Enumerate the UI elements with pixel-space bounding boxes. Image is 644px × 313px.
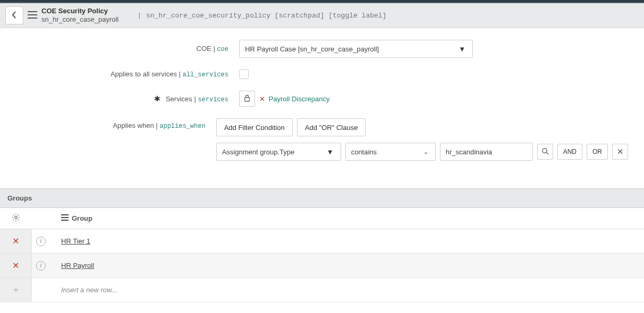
service-tag-label[interactable]: Payroll Discrepancy xyxy=(269,95,330,103)
groups-section: Groups Group ✕ i HR Tier 1 ✕ i HR Payrol… xyxy=(0,188,644,302)
page-title: COE Security Policy xyxy=(41,7,118,15)
services-row: ✱ Services | services ✕ Payroll Discrepa… xyxy=(16,91,628,107)
condition-or-button[interactable]: OR xyxy=(587,144,608,160)
group-row-delete[interactable]: ✕ xyxy=(0,254,32,277)
group-link[interactable]: HR Payroll xyxy=(61,262,94,269)
info-icon: i xyxy=(40,237,41,245)
condition-and-button[interactable]: AND xyxy=(557,144,582,160)
applies-when-row: Applies when | applies_when Add Filter C… xyxy=(16,118,628,161)
applies-when-tech-name: applies_when xyxy=(159,123,205,130)
group-link[interactable]: HR Tier 1 xyxy=(61,237,90,245)
condition-value-input[interactable] xyxy=(440,143,533,161)
group-row-delete[interactable]: ✕ xyxy=(0,229,32,253)
coe-select[interactable] xyxy=(239,40,473,58)
svg-line-9 xyxy=(18,220,19,221)
condition-lookup-button[interactable] xyxy=(537,144,553,160)
groups-column-name-header[interactable]: Group xyxy=(61,214,644,222)
svg-rect-0 xyxy=(245,98,250,101)
applies-when-label-text: Applies when xyxy=(113,121,154,129)
all-services-row: Applies to all services | all_services xyxy=(16,69,628,79)
services-label: ✱ Services | services xyxy=(16,94,239,103)
group-row: ✕ i HR Payroll xyxy=(0,254,644,278)
all-services-label: Applies to all services | all_services xyxy=(16,70,239,79)
svg-point-3 xyxy=(15,216,18,219)
column-menu-icon xyxy=(61,214,69,222)
service-tag: ✕ Payroll Discrepancy xyxy=(259,95,330,103)
gear-icon xyxy=(12,213,20,223)
group-row-info[interactable]: i xyxy=(36,237,46,246)
table-name: sn_hr_core_coe_security_policy xyxy=(146,12,270,20)
all-services-checkbox[interactable] xyxy=(239,69,249,79)
plus-icon: ＋ xyxy=(12,284,20,295)
menu-icon xyxy=(28,11,37,20)
add-filter-condition-button[interactable]: Add Filter Condition xyxy=(216,118,293,136)
condition-field-select[interactable] xyxy=(216,143,341,161)
svg-point-1 xyxy=(542,148,546,152)
condition-delete-button[interactable]: ✕ xyxy=(612,144,628,160)
header-title-block: COE Security Policy sn_hr_core_case_payr… xyxy=(41,7,118,24)
service-tag-remove[interactable]: ✕ xyxy=(259,95,265,103)
services-tech-name: services xyxy=(198,96,228,103)
all-services-tech-name: all_services xyxy=(183,71,228,79)
header-meta: | sn_hr_core_coe_security_policy [scratc… xyxy=(137,12,386,20)
group-row-info[interactable]: i xyxy=(36,261,46,271)
scratchpad-link[interactable]: [scratchpad] xyxy=(275,12,325,20)
delete-icon: ✕ xyxy=(12,236,19,246)
info-icon: i xyxy=(40,262,41,269)
required-star-icon: ✱ xyxy=(154,94,160,103)
back-button[interactable] xyxy=(5,6,23,24)
group-row: ✕ i HR Tier 1 xyxy=(0,229,644,254)
all-services-label-text: Applies to all services xyxy=(111,70,177,78)
services-lock-button[interactable] xyxy=(239,91,255,107)
applies-when-label: Applies when | applies_when xyxy=(16,118,216,130)
svg-line-11 xyxy=(18,215,19,216)
coe-tech-name: coe xyxy=(217,46,228,53)
form-header: COE Security Policy sn_hr_core_case_payr… xyxy=(0,3,644,28)
condition-operator-select[interactable] xyxy=(345,143,436,161)
coe-label-text: COE xyxy=(197,45,211,53)
groups-settings-button[interactable] xyxy=(0,213,32,223)
delete-icon: ✕ xyxy=(12,260,19,271)
form-body: COE | coe ▼ Applies to all services | al… xyxy=(0,28,644,183)
condition-row: ▼ ⌄ AND OR ✕ xyxy=(216,143,628,161)
context-menu-button[interactable] xyxy=(28,11,37,20)
add-or-clause-button[interactable]: Add "OR" Clause xyxy=(297,118,366,136)
services-label-text: Services xyxy=(166,95,192,103)
coe-row: COE | coe ▼ xyxy=(16,40,628,58)
toggle-label-link[interactable]: [toggle label] xyxy=(328,12,386,20)
page-subtitle: sn_hr_core_case_payroll xyxy=(41,15,118,24)
groups-header: Groups xyxy=(0,189,644,208)
group-insert-row[interactable]: ＋ Insert a new row... xyxy=(0,278,644,302)
insert-row-placeholder: Insert a new row... xyxy=(61,286,644,294)
chevron-left-icon xyxy=(11,11,18,21)
search-icon xyxy=(541,147,549,156)
svg-line-10 xyxy=(13,220,14,221)
svg-line-2 xyxy=(546,152,548,154)
groups-column-header-row: Group xyxy=(0,208,644,229)
svg-line-8 xyxy=(13,215,14,216)
close-icon: ✕ xyxy=(617,147,624,156)
coe-label: COE | coe xyxy=(16,45,239,53)
lock-icon xyxy=(244,94,250,103)
